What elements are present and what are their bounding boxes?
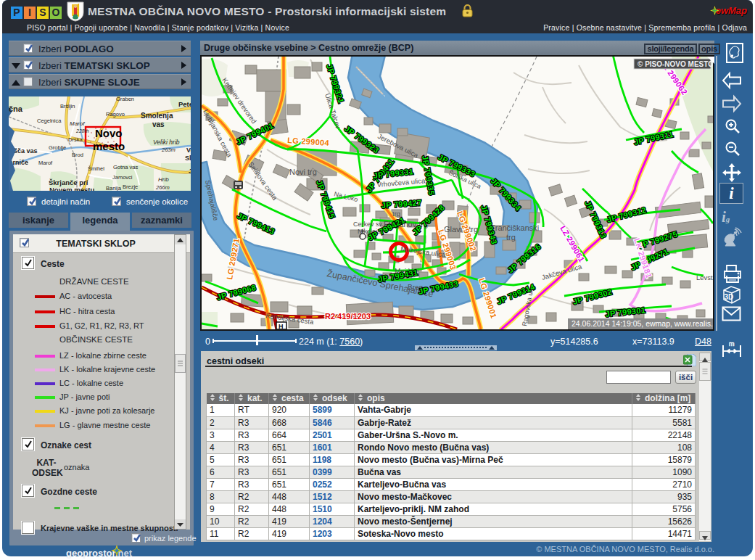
svg-text:Hrib: Hrib (158, 176, 169, 183)
svg-text:3D: 3D (725, 293, 734, 301)
svg-text:Šmihel: Šmihel (88, 165, 104, 172)
svg-text:Groblje: Groblje (49, 144, 66, 151)
svg-text:Graben: Graben (116, 96, 134, 102)
svg-text:Ve: Ve (186, 147, 191, 154)
svg-text:H: H (279, 323, 284, 329)
svg-text:© PISO-NOVO MESTO: © PISO-NOVO MESTO (638, 60, 713, 68)
svg-text:228m: 228m (75, 128, 89, 133)
svg-text:Brezje: Brezje (123, 184, 138, 190)
svg-text:R2 419/1203: R2 419/1203 (325, 312, 371, 321)
svg-text:Ragovo: Ragovo (106, 111, 125, 118)
svg-text:Cegelnica: Cegelnica (37, 118, 62, 124)
svg-text:Petel: Petel (178, 100, 191, 108)
svg-text:Sla: Sla (185, 155, 191, 162)
svg-text:Marof: Marof (70, 120, 85, 127)
svg-text:m: m (729, 340, 735, 347)
svg-text:Ja: Ja (189, 168, 191, 175)
svg-text:Cerkev sv.: Cerkev sv. (353, 221, 384, 228)
svg-text:Jamovci: Jamovci (112, 174, 133, 181)
svg-text:Gotna vas: Gotna vas (113, 164, 138, 170)
svg-text:Veliki hrib: Veliki hrib (153, 139, 180, 146)
svg-text:Smolenja: Smolenja (141, 112, 173, 120)
svg-text:Brod: Brod (72, 152, 83, 158)
svg-text:čna: čna (9, 104, 23, 113)
svg-text:Banija: Banija (106, 185, 122, 191)
svg-text:266m: 266m (155, 184, 170, 191)
svg-text:Drska: Drska (68, 136, 83, 143)
svg-text:Bršljin: Bršljin (60, 103, 75, 110)
svg-text:vas: vas (152, 120, 165, 128)
svg-text:24.06.2014 14:19:05, ewmap, ww: 24.06.2014 14:19:05, ewmap, www.realis.s… (572, 319, 713, 328)
svg-text:Frančiškanski: Frančiškanski (490, 223, 539, 232)
svg-text:Novem mestu: Novem mestu (49, 186, 94, 191)
svg-text:Novo: Novo (95, 127, 123, 139)
svg-text:Marof: Marof (38, 160, 53, 166)
svg-text:mesto: mesto (93, 140, 125, 152)
svg-text:Novi trg: Novi trg (289, 168, 317, 176)
svg-text:trg: trg (506, 233, 516, 242)
svg-text:263m: 263m (161, 147, 176, 153)
